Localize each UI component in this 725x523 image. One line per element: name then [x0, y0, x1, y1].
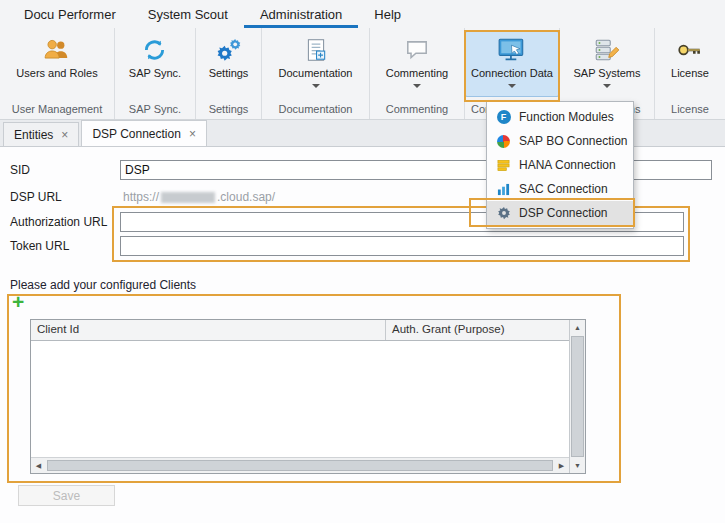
column-header-auth-grant[interactable]: Auth. Grant (Purpose): [386, 320, 569, 340]
sap-systems-button[interactable]: SAP Systems: [567, 31, 646, 97]
vertical-scrollbar[interactable]: ▲ ▼: [569, 320, 585, 473]
tab-dsp-connection[interactable]: DSP Connection ×: [81, 120, 207, 146]
documentation-button[interactable]: Documentation: [273, 31, 359, 97]
menu-bar: Docu Performer System Scout Administrati…: [0, 0, 725, 28]
settings-button[interactable]: Settings: [203, 31, 255, 97]
tab-entities[interactable]: Entities ×: [3, 122, 79, 146]
sap-sync-button[interactable]: SAP Sync.: [123, 31, 187, 97]
hana-icon: [496, 158, 511, 173]
ribbon-group-sap-sync: SAP Sync. SAP Sync.: [115, 28, 196, 119]
gears-icon: [215, 35, 243, 65]
tab-label: Entities: [14, 128, 53, 142]
ribbon-group-label: Commenting: [370, 102, 464, 119]
ribbon-group-label: User Management: [0, 102, 114, 119]
dsp-url-label: DSP URL: [10, 190, 62, 204]
ribbon-group-user-management: Users and Roles User Management: [0, 28, 115, 119]
connection-data-menu: F Function Modules SAP BO Connection HAN…: [486, 101, 634, 229]
ribbon-button-label: Settings: [209, 67, 249, 81]
url-prefix: https://: [123, 190, 159, 204]
chevron-down-icon: [413, 84, 421, 88]
users-and-roles-button[interactable]: Users and Roles: [10, 31, 103, 97]
menu-item-help[interactable]: Help: [358, 0, 417, 28]
function-modules-icon: F: [496, 110, 511, 125]
menu-item-sap-bo-connection[interactable]: SAP BO Connection: [487, 129, 633, 153]
ribbon-group-commenting: Commenting Commenting: [370, 28, 465, 119]
sap-systems-icon: [593, 35, 621, 65]
menu-item-label: SAC Connection: [519, 182, 608, 196]
vertical-scrollbar-thumb[interactable]: [571, 336, 584, 457]
scroll-down-icon[interactable]: ▼: [570, 458, 585, 473]
menu-item-sac-connection[interactable]: SAC Connection: [487, 177, 633, 201]
users-icon: [43, 35, 71, 65]
ribbon-button-label: License: [671, 67, 709, 81]
connection-data-icon: [497, 35, 527, 65]
sac-chart-icon: [496, 182, 511, 197]
tab-label: DSP Connection: [92, 127, 181, 141]
ribbon-button-label: Commenting: [386, 67, 448, 81]
menu-item-label: DSP Connection: [519, 206, 608, 220]
chevron-down-icon: [312, 84, 320, 88]
menu-item-hana-connection[interactable]: HANA Connection: [487, 153, 633, 177]
chevron-down-icon: [603, 84, 611, 88]
ribbon-group-license: License License: [655, 28, 725, 119]
add-client-button[interactable]: +: [12, 291, 34, 313]
menu-item-label: HANA Connection: [519, 158, 616, 172]
menu-item-label: SAP BO Connection: [519, 134, 628, 148]
clients-table-header: Client Id Auth. Grant (Purpose): [31, 320, 569, 341]
license-button[interactable]: License: [665, 31, 715, 97]
ribbon-group-label: License: [655, 102, 725, 119]
clients-table-body[interactable]: [31, 341, 569, 457]
scroll-left-icon[interactable]: ◀: [31, 458, 46, 473]
clients-section-title: Please add your configured Clients: [10, 278, 196, 292]
menu-item-docu-performer[interactable]: Docu Performer: [8, 0, 132, 28]
commenting-button[interactable]: Commenting: [380, 31, 454, 97]
sap-bo-icon: [496, 134, 511, 149]
scroll-right-icon[interactable]: ▶: [554, 458, 569, 473]
ribbon-group-settings: Settings Settings: [196, 28, 262, 119]
dsp-gear-icon: [496, 206, 511, 221]
menu-item-administration[interactable]: Administration: [244, 0, 358, 28]
ribbon-group-label: Documentation: [262, 102, 369, 119]
connection-data-button[interactable]: Connection Data: [465, 31, 559, 97]
menu-item-dsp-connection[interactable]: DSP Connection: [487, 201, 633, 225]
ribbon-button-label: Connection Data: [471, 67, 553, 81]
dsp-url-value: https://.cloud.sap/: [123, 190, 275, 204]
url-suffix: .cloud.sap/: [217, 190, 275, 204]
document-icon: [303, 35, 329, 65]
authorization-url-label: Authorization URL: [10, 215, 107, 229]
close-icon[interactable]: ×: [189, 128, 196, 140]
comment-icon: [404, 35, 430, 65]
redacted-text: [161, 192, 215, 203]
sync-icon: [141, 35, 168, 65]
scroll-up-icon[interactable]: ▲: [570, 320, 585, 335]
ribbon-group-label: SAP Sync.: [115, 102, 195, 119]
ribbon-button-label: SAP Systems: [573, 67, 640, 81]
menu-item-function-modules[interactable]: F Function Modules: [487, 105, 633, 129]
horizontal-scrollbar[interactable]: ◀ ▶: [31, 457, 569, 473]
ribbon-button-label: Users and Roles: [16, 67, 97, 81]
menu-item-system-scout[interactable]: System Scout: [132, 0, 244, 28]
token-url-label: Token URL: [10, 239, 69, 253]
sid-label: SID: [10, 163, 30, 177]
license-key-icon: [676, 35, 704, 65]
menu-item-label: Function Modules: [519, 110, 614, 124]
horizontal-scrollbar-thumb[interactable]: [47, 460, 553, 471]
ribbon-button-label: Documentation: [279, 67, 353, 81]
token-url-input[interactable]: [120, 236, 684, 256]
ribbon-group-documentation: Documentation Documentation: [262, 28, 370, 119]
ribbon-button-label: SAP Sync.: [129, 67, 181, 81]
column-header-client-id[interactable]: Client Id: [31, 320, 386, 340]
app-window: Docu Performer System Scout Administrati…: [0, 0, 725, 523]
ribbon-group-label: Settings: [196, 102, 261, 119]
save-button[interactable]: Save: [18, 485, 115, 506]
close-icon[interactable]: ×: [61, 129, 68, 141]
chevron-down-icon: [508, 84, 516, 88]
clients-table: Client Id Auth. Grant (Purpose) ◀ ▶ ▲ ▼: [30, 319, 586, 474]
